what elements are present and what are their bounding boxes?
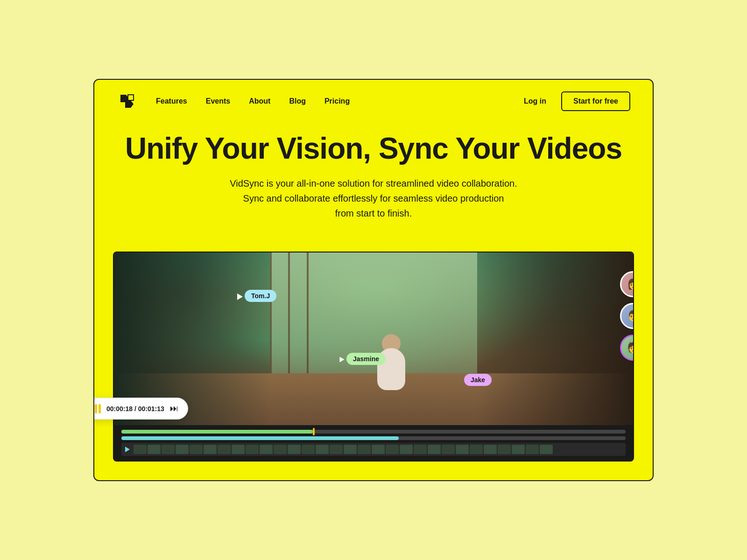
video-dark-right xyxy=(477,252,633,425)
avatar-3-icon: 🧑 xyxy=(621,336,633,359)
progress-track-green[interactable] xyxy=(121,430,626,434)
cursor-arrow-tom xyxy=(234,292,243,300)
navbar: Features Events About Blog Pricing Log i… xyxy=(94,80,653,123)
thumb-1 xyxy=(134,445,147,454)
thumb-26 xyxy=(484,445,497,454)
nav-blog[interactable]: Blog xyxy=(289,97,306,105)
thumb-6 xyxy=(204,445,217,454)
thumb-19 xyxy=(386,445,399,454)
cursor-label-jasmine: Jasmine xyxy=(346,353,386,365)
thumb-13 xyxy=(302,445,315,454)
thumb-2 xyxy=(148,445,161,454)
timeline-play-icon[interactable] xyxy=(125,447,130,452)
thumb-7 xyxy=(218,445,231,454)
nav-links: Features Events About Blog Pricing xyxy=(156,97,524,105)
cursor-arrow-jasmine xyxy=(337,356,344,363)
nav-events[interactable]: Events xyxy=(206,97,230,105)
pause-icon[interactable] xyxy=(95,404,101,413)
thumb-29 xyxy=(526,445,539,454)
avatar-1-icon: 👩 xyxy=(621,273,633,296)
avatar-1: 👩 xyxy=(620,271,633,297)
time-display: 00:00:18 / 00:01:13 xyxy=(106,405,164,413)
progress-fill-cyan xyxy=(121,436,399,440)
hero-subtitle: VidSync is your all-in-one solution for … xyxy=(215,176,532,221)
thumb-25 xyxy=(470,445,483,454)
nav-features[interactable]: Features xyxy=(156,97,187,105)
video-inner: Tom.J Jasmine Jake 👩 xyxy=(114,252,633,425)
thumb-8 xyxy=(232,445,245,454)
skip-forward-icon[interactable]: ⏭ xyxy=(170,404,178,413)
avatar-2: 👨 xyxy=(620,303,633,329)
start-for-free-button[interactable]: Start for free xyxy=(561,91,630,111)
progress-handle[interactable] xyxy=(313,428,315,435)
thumb-9 xyxy=(246,445,259,454)
thumb-17 xyxy=(358,445,371,454)
thumb-22 xyxy=(428,445,441,454)
thumb-27 xyxy=(498,445,511,454)
video-controls-bar: ⏮ 00:00:18 / 00:01:13 ⏭ xyxy=(93,398,188,420)
thumb-3 xyxy=(162,445,175,454)
thumb-14 xyxy=(316,445,329,454)
thumb-10 xyxy=(260,445,273,454)
thumb-4 xyxy=(176,445,189,454)
cursor-tom: Tom.J xyxy=(235,290,276,302)
progress-fill-green xyxy=(121,430,313,434)
avatar-stack: 👩 👨 🧑 xyxy=(620,271,633,361)
progress-bar-row-cyan xyxy=(121,436,626,440)
hero-section: Unify Your Vision, Sync Your Videos VidS… xyxy=(94,123,653,252)
thumb-18 xyxy=(372,445,385,454)
timeline-section xyxy=(114,425,633,461)
thumb-11 xyxy=(274,445,287,454)
timeline-track xyxy=(121,443,626,456)
thumb-23 xyxy=(442,445,455,454)
hero-subtitle-line1: VidSync is your all-in-one solution for … xyxy=(230,178,517,189)
main-card: Features Events About Blog Pricing Log i… xyxy=(93,79,654,481)
page-wrapper: Features Events About Blog Pricing Log i… xyxy=(0,0,747,560)
cursor-jake: Jake xyxy=(464,374,492,386)
hero-subtitle-line3: from start to finish. xyxy=(335,208,412,218)
thumb-24 xyxy=(456,445,469,454)
cursor-jasmine: Jasmine xyxy=(338,353,386,365)
nav-pricing[interactable]: Pricing xyxy=(324,97,350,105)
avatar-2-icon: 👨 xyxy=(621,304,633,328)
timeline-thumbnails xyxy=(134,445,622,454)
thumb-5 xyxy=(190,445,203,454)
progress-track-cyan[interactable] xyxy=(121,436,626,440)
thumb-15 xyxy=(330,445,343,454)
avatar-3: 🧑 xyxy=(620,335,633,361)
video-scene xyxy=(114,252,633,425)
video-frame: Tom.J Jasmine Jake 👩 xyxy=(113,252,634,462)
nav-right: Log in Start for free xyxy=(524,91,630,111)
hero-subtitle-line2: Sync and collaborate effortlessly for se… xyxy=(243,193,504,203)
thumb-20 xyxy=(400,445,413,454)
cursor-label-jake: Jake xyxy=(464,374,492,386)
progress-bar-row-green xyxy=(121,430,626,434)
thumb-28 xyxy=(512,445,525,454)
thumb-16 xyxy=(344,445,357,454)
video-container: Tom.J Jasmine Jake 👩 xyxy=(113,252,634,462)
thumb-12 xyxy=(288,445,301,454)
thumb-21 xyxy=(414,445,427,454)
login-button[interactable]: Log in xyxy=(524,97,546,105)
pause-bar-left xyxy=(95,404,97,413)
hero-title: Unify Your Vision, Sync Your Videos xyxy=(122,132,625,165)
pause-bar-right xyxy=(99,404,101,413)
thumb-30 xyxy=(540,445,553,454)
logo xyxy=(117,91,137,112)
nav-about[interactable]: About xyxy=(249,97,270,105)
cursor-label-tom: Tom.J xyxy=(245,290,276,302)
